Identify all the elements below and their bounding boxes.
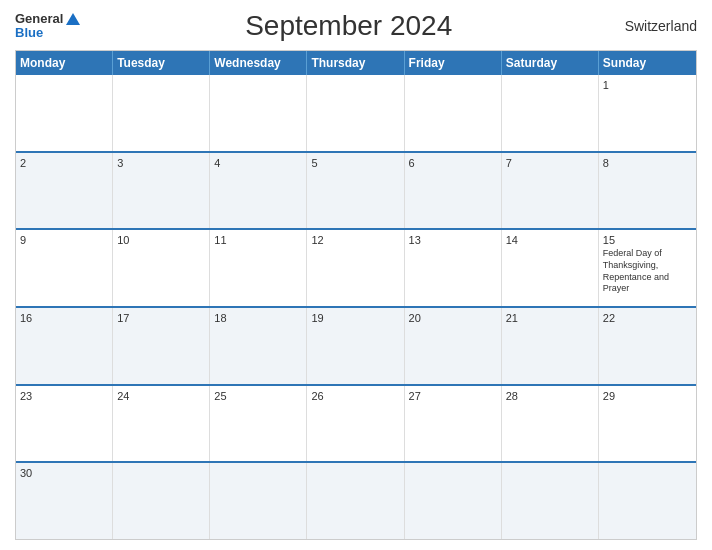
calendar-cell: 23 [16, 386, 113, 462]
day-header-tuesday: Tuesday [113, 51, 210, 75]
calendar-cell: 28 [502, 386, 599, 462]
day-number: 17 [117, 312, 205, 324]
calendar-cell: 20 [405, 308, 502, 384]
logo-blue-text: Blue [15, 26, 80, 40]
calendar-cell [16, 75, 113, 151]
calendar-cell: 18 [210, 308, 307, 384]
page: General Blue September 2024 Switzerland … [0, 0, 712, 550]
day-number: 20 [409, 312, 497, 324]
calendar-cell [502, 463, 599, 539]
day-number: 7 [506, 157, 594, 169]
calendar-cell: 17 [113, 308, 210, 384]
day-number: 4 [214, 157, 302, 169]
calendar-cell: 21 [502, 308, 599, 384]
calendar-cell: 4 [210, 153, 307, 229]
day-number: 29 [603, 390, 692, 402]
calendar-cell: 3 [113, 153, 210, 229]
day-number: 24 [117, 390, 205, 402]
day-number: 21 [506, 312, 594, 324]
day-number: 11 [214, 234, 302, 246]
calendar-cell: 24 [113, 386, 210, 462]
calendar-cell: 15Federal Day of Thanksgiving, Repentanc… [599, 230, 696, 306]
calendar-cell: 11 [210, 230, 307, 306]
calendar-cell: 22 [599, 308, 696, 384]
calendar-cell: 5 [307, 153, 404, 229]
calendar-cell: 12 [307, 230, 404, 306]
logo: General Blue [15, 12, 80, 41]
day-number: 14 [506, 234, 594, 246]
day-number: 28 [506, 390, 594, 402]
header: General Blue September 2024 Switzerland [15, 10, 697, 42]
calendar-week-2: 2345678 [16, 153, 696, 231]
calendar-cell: 13 [405, 230, 502, 306]
day-number: 2 [20, 157, 108, 169]
calendar-week-5: 23242526272829 [16, 386, 696, 464]
day-number: 1 [603, 79, 692, 91]
day-number: 10 [117, 234, 205, 246]
calendar-cell [307, 75, 404, 151]
day-header-saturday: Saturday [502, 51, 599, 75]
calendar-cell: 7 [502, 153, 599, 229]
day-number: 15 [603, 234, 692, 246]
day-number: 26 [311, 390, 399, 402]
day-header-friday: Friday [405, 51, 502, 75]
calendar-cell [307, 463, 404, 539]
day-number: 25 [214, 390, 302, 402]
day-number: 22 [603, 312, 692, 324]
day-header-sunday: Sunday [599, 51, 696, 75]
calendar-cell [113, 75, 210, 151]
calendar-week-1: 1 [16, 75, 696, 153]
event-text: Federal Day of Thanksgiving, Repentance … [603, 248, 692, 295]
calendar-cell [210, 75, 307, 151]
day-number: 27 [409, 390, 497, 402]
calendar-cell [405, 75, 502, 151]
day-number: 30 [20, 467, 108, 479]
calendar-week-3: 9101112131415Federal Day of Thanksgiving… [16, 230, 696, 308]
day-number: 16 [20, 312, 108, 324]
calendar-week-4: 16171819202122 [16, 308, 696, 386]
day-number: 12 [311, 234, 399, 246]
calendar-cell [502, 75, 599, 151]
calendar-cell: 1 [599, 75, 696, 151]
country-label: Switzerland [617, 18, 697, 34]
day-number: 9 [20, 234, 108, 246]
calendar-cell [210, 463, 307, 539]
calendar-cell: 9 [16, 230, 113, 306]
calendar-cell [405, 463, 502, 539]
day-number: 6 [409, 157, 497, 169]
calendar-cell: 27 [405, 386, 502, 462]
calendar-cell: 10 [113, 230, 210, 306]
calendar: MondayTuesdayWednesdayThursdayFridaySatu… [15, 50, 697, 540]
month-title: September 2024 [80, 10, 617, 42]
day-number: 5 [311, 157, 399, 169]
day-header-wednesday: Wednesday [210, 51, 307, 75]
day-header-monday: Monday [16, 51, 113, 75]
calendar-week-6: 30 [16, 463, 696, 539]
calendar-cell [599, 463, 696, 539]
day-number: 23 [20, 390, 108, 402]
calendar-cell: 2 [16, 153, 113, 229]
calendar-cell: 16 [16, 308, 113, 384]
calendar-header: MondayTuesdayWednesdayThursdayFridaySatu… [16, 51, 696, 75]
calendar-cell: 8 [599, 153, 696, 229]
calendar-body: 123456789101112131415Federal Day of Than… [16, 75, 696, 539]
day-number: 13 [409, 234, 497, 246]
calendar-cell: 19 [307, 308, 404, 384]
day-number: 8 [603, 157, 692, 169]
calendar-cell: 6 [405, 153, 502, 229]
day-number: 19 [311, 312, 399, 324]
day-number: 18 [214, 312, 302, 324]
logo-triangle-icon [66, 13, 80, 25]
calendar-cell: 26 [307, 386, 404, 462]
calendar-cell: 30 [16, 463, 113, 539]
calendar-cell: 29 [599, 386, 696, 462]
day-number: 3 [117, 157, 205, 169]
logo-general-text: General [15, 12, 63, 26]
day-header-thursday: Thursday [307, 51, 404, 75]
calendar-cell [113, 463, 210, 539]
calendar-cell: 25 [210, 386, 307, 462]
calendar-cell: 14 [502, 230, 599, 306]
